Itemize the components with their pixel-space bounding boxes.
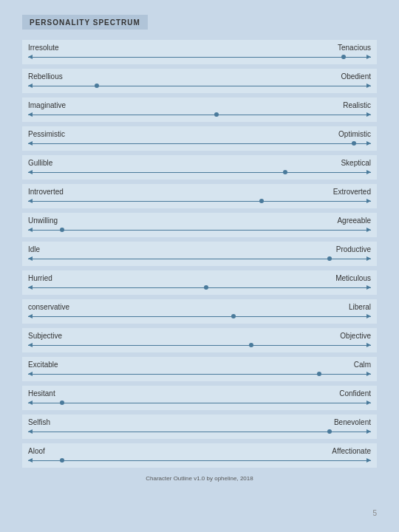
trait-labels: conservative Liberal (28, 303, 371, 311)
trait-row: Imaginative Realistic (22, 98, 377, 122)
trait-label-right: Obedient (341, 72, 371, 81)
slider-thumb[interactable] (352, 141, 356, 146)
trait-labels: Aloof Affectionate (28, 447, 371, 455)
trait-row: Subjective Objective (22, 328, 377, 352)
slider-arrow-right (366, 141, 371, 146)
slider-arrow-left (28, 199, 33, 203)
slider-arrow-right (366, 170, 371, 174)
trait-row: Hesitant Confident (22, 386, 377, 410)
trait-label-left: Unwilling (28, 216, 58, 225)
trait-labels: Subjective Objective (28, 332, 371, 340)
slider-arrow-right (366, 199, 371, 203)
trait-label-left: Aloof (28, 447, 45, 455)
slider-track[interactable] (28, 372, 371, 376)
trait-label-left: Hesitant (28, 389, 55, 398)
slider-line (28, 57, 371, 58)
slider-track[interactable] (28, 55, 371, 59)
slider-thumb[interactable] (60, 458, 64, 463)
slider-track[interactable] (28, 170, 371, 174)
slider-line (28, 201, 371, 202)
trait-label-left: Excitable (28, 361, 58, 369)
page-title: PERSONALITY SPECTRUM (30, 18, 140, 27)
slider-line (28, 460, 371, 461)
trait-labels: Rebellious Obedient (28, 72, 371, 81)
slider-arrow-left (28, 400, 33, 405)
slider-track[interactable] (28, 458, 371, 463)
trait-row: Rebellious Obedient (22, 69, 377, 93)
slider-thumb[interactable] (283, 170, 287, 174)
slider-track[interactable] (28, 314, 371, 318)
slider-thumb[interactable] (249, 343, 253, 347)
slider-arrow-right (366, 458, 371, 463)
slider-thumb[interactable] (317, 372, 321, 376)
trait-label-left: Pessimistic (28, 130, 65, 138)
slider-track[interactable] (28, 83, 371, 88)
trait-labels: Selfish Benevolent (28, 418, 371, 426)
trait-row: Pessimistic Optimistic (22, 126, 377, 151)
page-number: 5 (372, 509, 377, 517)
slider-track[interactable] (28, 343, 371, 347)
trait-label-right: Calm (354, 361, 371, 369)
slider-thumb[interactable] (327, 429, 332, 434)
trait-label-right: Benevolent (334, 418, 371, 426)
slider-track[interactable] (28, 285, 371, 290)
slider-track[interactable] (28, 429, 371, 434)
slider-arrow-left (28, 170, 33, 174)
slider-thumb[interactable] (95, 83, 99, 88)
slider-arrow-right (366, 372, 371, 376)
slider-thumb[interactable] (259, 199, 264, 203)
slider-arrow-right (366, 83, 371, 88)
slider-thumb[interactable] (204, 285, 208, 290)
trait-label-right: Objective (340, 332, 371, 340)
slider-arrow-right (366, 112, 371, 117)
trait-labels: Irresolute Tenacious (28, 44, 371, 52)
slider-thumb[interactable] (214, 112, 219, 117)
page-title-box: PERSONALITY SPECTRUM (22, 15, 148, 30)
trait-labels: Hurried Meticulous (28, 274, 371, 282)
slider-line (28, 172, 371, 173)
trait-row: Irresolute Tenacious (22, 40, 377, 64)
slider-track[interactable] (28, 112, 371, 117)
slider-thumb[interactable] (60, 228, 64, 232)
trait-labels: Unwilling Agreeable (28, 216, 371, 225)
trait-label-right: Confident (339, 389, 371, 398)
slider-track[interactable] (28, 256, 371, 261)
slider-line (28, 86, 371, 86)
slider-track[interactable] (28, 141, 371, 146)
slider-arrow-right (366, 343, 371, 347)
slider-line (28, 345, 371, 346)
trait-label-left: Rebellious (28, 72, 63, 81)
trait-row: Aloof Affectionate (22, 443, 377, 468)
slider-arrow-left (28, 141, 33, 146)
trait-labels: Hesitant Confident (28, 389, 371, 398)
trait-labels: Pessimistic Optimistic (28, 130, 371, 138)
trait-row: Excitable Calm (22, 357, 377, 381)
trait-labels: Introverted Extroverted (28, 188, 371, 196)
slider-line (28, 432, 371, 432)
trait-row: Idle Productive (22, 242, 377, 266)
trait-label-right: Extroverted (333, 188, 371, 196)
trait-label-right: Liberal (349, 303, 371, 311)
traits-list: Irresolute Tenacious Rebellious Obedient… (22, 40, 377, 468)
slider-arrow-left (28, 228, 33, 232)
slider-track[interactable] (28, 199, 371, 203)
slider-line (28, 143, 371, 144)
slider-arrow-left (28, 458, 33, 463)
slider-arrow-left (28, 112, 33, 117)
slider-thumb[interactable] (60, 400, 64, 405)
slider-thumb[interactable] (327, 256, 332, 261)
slider-arrow-right (366, 256, 371, 261)
trait-label-right: Skeptical (341, 159, 371, 167)
slider-arrow-left (28, 256, 33, 261)
slider-thumb[interactable] (231, 314, 236, 318)
slider-track[interactable] (28, 400, 371, 405)
slider-thumb[interactable] (341, 55, 346, 59)
slider-arrow-left (28, 285, 33, 290)
slider-line (28, 115, 371, 115)
slider-arrow-right (366, 400, 371, 405)
slider-track[interactable] (28, 228, 371, 232)
slider-arrow-left (28, 55, 33, 59)
trait-labels: Idle Productive (28, 245, 371, 253)
slider-arrow-left (28, 429, 33, 434)
trait-label-right: Tenacious (338, 44, 371, 52)
